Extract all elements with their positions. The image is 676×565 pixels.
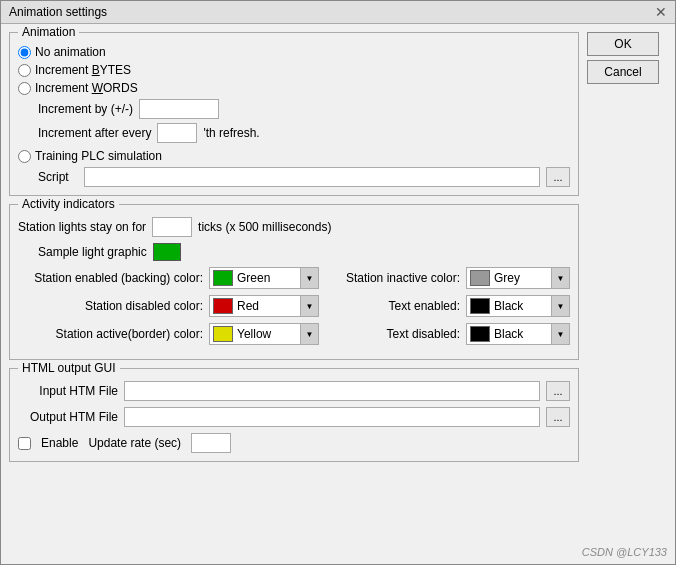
training-plc-row: Training PLC simulation	[18, 149, 570, 163]
html-output-title: HTML output GUI	[18, 361, 120, 375]
black2-swatch	[470, 326, 490, 342]
increment-words-label: Increment WORDS	[35, 81, 138, 95]
input-htm-dots-button[interactable]: ...	[546, 381, 570, 401]
training-plc-label: Training PLC simulation	[35, 149, 162, 163]
station-disabled-label: Station disabled color:	[18, 299, 203, 313]
no-animation-label: No animation	[35, 45, 106, 59]
green-swatch	[213, 270, 233, 286]
increment-bytes-label: Increment BYTES	[35, 63, 131, 77]
main-content: Animation No animation Increment BYTES I…	[1, 24, 675, 478]
increment-bytes-radio[interactable]	[18, 64, 31, 77]
text-disabled-row: Text disabled: Black ▼	[340, 323, 570, 345]
red-arrow-icon: ▼	[300, 296, 318, 316]
update-rate-input[interactable]: 5	[191, 433, 231, 453]
text-enabled-row: Text enabled: Black ▼	[340, 295, 570, 317]
no-animation-radio[interactable]	[18, 46, 31, 59]
input-htm-row: Input HTM File input.html ...	[18, 381, 570, 401]
side-panel: OK Cancel	[587, 32, 667, 470]
black1-swatch	[470, 298, 490, 314]
animation-group: Animation No animation Increment BYTES I…	[9, 32, 579, 196]
enable-row: Enable Update rate (sec) 5	[18, 433, 570, 453]
sample-light-graphic	[153, 243, 181, 261]
input-htm-input[interactable]: input.html	[124, 381, 540, 401]
output-htm-row: Output HTM File output.html ...	[18, 407, 570, 427]
close-button[interactable]: ✕	[655, 5, 667, 19]
station-lights-input[interactable]: 5	[152, 217, 192, 237]
output-htm-input[interactable]: output.html	[124, 407, 540, 427]
increment-by-label: Increment by (+/-)	[38, 102, 133, 116]
left-panel: Animation No animation Increment BYTES I…	[9, 32, 579, 470]
station-disabled-row: Station disabled color: Red ▼	[18, 295, 330, 317]
activity-group-content: Station lights stay on for 5 ticks (x 50…	[18, 217, 570, 351]
black1-arrow-icon: ▼	[551, 296, 569, 316]
window-title: Animation settings	[9, 5, 107, 19]
increment-after-row: Increment after every 5 'th refresh.	[38, 123, 570, 143]
output-htm-label: Output HTM File	[18, 410, 118, 424]
station-inactive-label: Station inactive color:	[340, 271, 460, 285]
no-animation-row: No animation	[18, 45, 570, 59]
animation-settings-window: Animation settings ✕ Animation No animat…	[0, 0, 676, 565]
enable-checkbox[interactable]	[18, 437, 31, 450]
script-row: Script ...	[38, 167, 570, 187]
watermark: CSDN @LCY133	[582, 546, 667, 558]
yellow-swatch	[213, 326, 233, 342]
ticks-label: ticks (x 500 milliseconds)	[198, 220, 331, 234]
station-lights-row: Station lights stay on for 5 ticks (x 50…	[18, 217, 570, 237]
update-rate-label: Update rate (sec)	[88, 436, 181, 450]
station-enabled-row: Station enabled (backing) color: Green ▼	[18, 267, 330, 289]
station-inactive-dropdown[interactable]: Grey ▼	[466, 267, 570, 289]
increment-after-label: Increment after every	[38, 126, 151, 140]
grey-label: Grey	[490, 271, 551, 285]
increment-bytes-row: Increment BYTES	[18, 63, 570, 77]
increment-by-input[interactable]: 10	[139, 99, 219, 119]
yellow-label: Yellow	[233, 327, 300, 341]
red-label: Red	[233, 299, 300, 313]
increment-after-input[interactable]: 5	[157, 123, 197, 143]
black2-label: Black	[490, 327, 551, 341]
green-arrow-icon: ▼	[300, 268, 318, 288]
enable-label: Enable	[41, 436, 78, 450]
grey-arrow-icon: ▼	[551, 268, 569, 288]
station-active-row: Station active(border) color: Yellow ▼	[18, 323, 330, 345]
output-htm-dots-button[interactable]: ...	[546, 407, 570, 427]
station-enabled-label: Station enabled (backing) color:	[18, 271, 203, 285]
station-inactive-row: Station inactive color: Grey ▼	[340, 267, 570, 289]
increment-words-radio[interactable]	[18, 82, 31, 95]
sample-light-label: Sample light graphic	[38, 245, 147, 259]
black2-arrow-icon: ▼	[551, 324, 569, 344]
activity-group: Activity indicators Station lights stay …	[9, 204, 579, 360]
right-colors-col: Station inactive color: Grey ▼ Text enab…	[340, 267, 570, 351]
text-disabled-label: Text disabled:	[340, 327, 460, 341]
station-active-label: Station active(border) color:	[18, 327, 203, 341]
grey-swatch	[470, 270, 490, 286]
script-label: Script	[38, 170, 78, 184]
html-output-group: HTML output GUI Input HTM File input.htm…	[9, 368, 579, 462]
station-lights-label: Station lights stay on for	[18, 220, 146, 234]
yellow-arrow-icon: ▼	[300, 324, 318, 344]
script-dots-button[interactable]: ...	[546, 167, 570, 187]
increment-words-row: Increment WORDS	[18, 81, 570, 95]
ok-button[interactable]: OK	[587, 32, 659, 56]
increment-by-row: Increment by (+/-) 10	[38, 99, 570, 119]
th-refresh-label: 'th refresh.	[203, 126, 259, 140]
animation-group-content: No animation Increment BYTES Increment W…	[18, 45, 570, 187]
left-colors-col: Station enabled (backing) color: Green ▼…	[18, 267, 330, 351]
activity-group-title: Activity indicators	[18, 197, 119, 211]
sample-light-row: Sample light graphic	[18, 243, 570, 261]
cancel-button[interactable]: Cancel	[587, 60, 659, 84]
training-plc-radio[interactable]	[18, 150, 31, 163]
station-enabled-dropdown[interactable]: Green ▼	[209, 267, 319, 289]
red-swatch	[213, 298, 233, 314]
color-columns: Station enabled (backing) color: Green ▼…	[18, 267, 570, 351]
text-disabled-dropdown[interactable]: Black ▼	[466, 323, 570, 345]
text-enabled-dropdown[interactable]: Black ▼	[466, 295, 570, 317]
station-active-dropdown[interactable]: Yellow ▼	[209, 323, 319, 345]
title-bar: Animation settings ✕	[1, 1, 675, 24]
animation-group-title: Animation	[18, 25, 79, 39]
script-input[interactable]	[84, 167, 540, 187]
station-disabled-dropdown[interactable]: Red ▼	[209, 295, 319, 317]
black1-label: Black	[490, 299, 551, 313]
input-htm-label: Input HTM File	[18, 384, 118, 398]
text-enabled-label: Text enabled:	[340, 299, 460, 313]
html-output-content: Input HTM File input.html ... Output HTM…	[18, 381, 570, 453]
